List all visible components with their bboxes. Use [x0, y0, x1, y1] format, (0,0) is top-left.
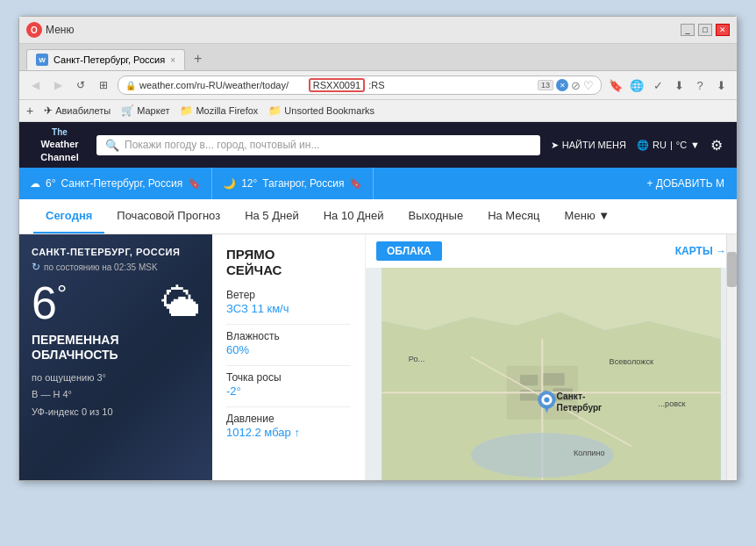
map-tab-clouds[interactable]: ОБЛАКА	[376, 241, 442, 261]
location-item-2[interactable]: 🌙 12° Таганрог, Россия 🔖	[212, 168, 374, 199]
logo-line3: Channel	[33, 151, 86, 163]
download2-icon[interactable]: ⬇	[712, 76, 730, 94]
humidity-value: 60%	[226, 343, 351, 356]
close-badge[interactable]: ✕	[556, 79, 568, 91]
flights-icon: ✈	[44, 104, 53, 117]
temperature-display: 6°	[32, 280, 67, 326]
logo-line2: Weather	[33, 138, 86, 150]
download-icon[interactable]: ⬇	[670, 76, 688, 94]
window-controls: _ □ ✕	[681, 24, 730, 36]
tab-menu[interactable]: Меню ▼	[553, 199, 623, 233]
website-content: The Weather Channel 🔍 Покажи погоду в...…	[19, 122, 737, 480]
tab-5day[interactable]: На 5 Дней	[232, 199, 311, 233]
search-icon: 🔍	[105, 139, 119, 152]
low-high: В — Н 4°	[32, 386, 200, 404]
divider-2	[226, 365, 351, 366]
bookmark-icon-1[interactable]: 🔖	[188, 177, 201, 190]
location-arrow-icon: ➤	[551, 140, 559, 151]
address-input[interactable]: 🔒 weather.com/ru-RU/weather/today/ RSXX0…	[118, 75, 602, 95]
unsorted-folder-icon: 📁	[268, 104, 282, 117]
heart-icon[interactable]: ♡	[583, 79, 594, 92]
shield-icon[interactable]: ✓	[649, 76, 667, 94]
tab-hourly[interactable]: Почасовой Прогноз	[104, 199, 232, 233]
maximize-button[interactable]: □	[698, 24, 712, 36]
globe-lang-icon: 🌐	[637, 140, 649, 151]
weather-condition-icon: 🌥	[161, 281, 200, 325]
tab-month[interactable]: На Месяц	[475, 199, 552, 233]
opera-menu[interactable]: O Меню	[26, 22, 74, 38]
loc2-name: Таганрог, Россия	[262, 177, 344, 190]
add-location-button[interactable]: + ДОБАВИТЬ М	[634, 177, 737, 190]
svg-text:...ровск: ...ровск	[659, 399, 687, 408]
close-button[interactable]: ✕	[716, 24, 730, 36]
help-icon[interactable]: ?	[691, 76, 709, 94]
loc2-temp: 12°	[241, 177, 257, 190]
bookmarks-bar: + ✈ Авиабилеты 🛒 Маркет 📁 Mozilla Firefo…	[19, 100, 737, 122]
minimize-button[interactable]: _	[681, 24, 695, 36]
refresh-button[interactable]: ↺	[72, 76, 89, 94]
current-conditions-panel: ПРЯМО СЕЙЧАС Ветер ЗСЗ 11 км/ч Влажность…	[212, 234, 366, 480]
address-highlight: RSXX0091	[309, 78, 365, 92]
map-area[interactable]: Всеволожск Колпино ...ровск Ро...	[366, 268, 737, 480]
svg-text:Ро...: Ро...	[409, 355, 424, 363]
grid-button[interactable]: ⊞	[95, 76, 112, 94]
locations-bar: ☁ 6° Санкт-Петербург, Россия 🔖 🌙 12° Таг…	[19, 168, 737, 199]
menu-label: Меню	[46, 24, 74, 36]
tab-bar: W Санкт-Петербург, Россия × +	[19, 44, 737, 71]
firefox-folder-icon: 📁	[180, 104, 193, 117]
ad-badge: 13	[538, 80, 553, 90]
dew-value: -2°	[226, 384, 351, 398]
svg-point-18	[544, 397, 549, 402]
tab-close-btn[interactable]: ×	[170, 55, 175, 65]
wind-row: Ветер ЗСЗ 11 км/ч	[226, 289, 351, 315]
temperature-value: 6	[32, 277, 57, 328]
twc-logo: The Weather Channel	[33, 126, 86, 163]
dew-row: Точка росы -2°	[226, 371, 351, 398]
svg-rect-4	[520, 375, 538, 385]
temp-row: 6° 🌥	[32, 280, 200, 326]
market-icon: 🛒	[121, 104, 134, 117]
lang-label: RU	[653, 140, 667, 150]
bookmark-firefox[interactable]: 📁 Mozilla Firefox	[180, 104, 258, 117]
location-item-1[interactable]: ☁ 6° Санкт-Петербург, Россия 🔖	[19, 168, 212, 199]
scrollbar[interactable]	[726, 234, 737, 480]
refresh-icon[interactable]: ↻	[32, 261, 40, 273]
globe-icon[interactable]: 🌐	[628, 76, 645, 94]
tab-today[interactable]: Сегодня	[33, 199, 104, 233]
block-icon[interactable]: ⊘	[571, 79, 581, 92]
twc-header: The Weather Channel 🔍 Покажи погоду в...…	[19, 122, 737, 168]
bookmark-flights[interactable]: ✈ Авиабилеты	[44, 104, 111, 117]
language-selector[interactable]: 🌐 RU | °C ▼	[637, 140, 700, 151]
active-tab[interactable]: W Санкт-Петербург, Россия ×	[26, 49, 185, 70]
bookmark-market[interactable]: 🛒 Маркет	[121, 104, 169, 117]
add-bookmark-button[interactable]: +	[26, 104, 33, 118]
back-button[interactable]: ◀	[26, 76, 44, 94]
bookmark-icon[interactable]: 🔖	[607, 76, 624, 94]
lock-icon: 🔒	[125, 81, 136, 90]
tab-title: Санкт-Петербург, Россия	[53, 54, 165, 65]
tab-weekend[interactable]: Выходные	[396, 199, 475, 233]
refresh-area: ↻ по состоянию на 02:35 MSK	[32, 261, 200, 273]
dropdown-icon: ▼	[690, 140, 700, 150]
find-me-label: НАЙТИ МЕНЯ	[562, 140, 626, 150]
divider-3	[226, 406, 351, 407]
main-content: САНКТ-ПЕТЕРБУРГ, РОССИЯ ↻ по состоянию н…	[19, 234, 737, 480]
find-me-button[interactable]: ➤ НАЙТИ МЕНЯ	[551, 140, 626, 151]
tab-10day[interactable]: На 10 Дней	[311, 199, 396, 233]
forward-button[interactable]: ▶	[49, 76, 67, 94]
search-bar[interactable]: 🔍 Покажи погоду в... город, почтовый ин.…	[96, 135, 540, 155]
bookmark-icon-2[interactable]: 🔖	[349, 177, 362, 190]
title-bar: O Меню _ □ ✕	[19, 17, 737, 44]
new-tab-button[interactable]: +	[187, 47, 209, 70]
scrollbar-thumb[interactable]	[727, 252, 737, 287]
settings-icon[interactable]: ⚙	[710, 137, 723, 154]
right-now-line1: ПРЯМО	[226, 247, 275, 262]
loc1-name: Санкт-Петербург, Россия	[61, 177, 182, 190]
svg-text:Петербург: Петербург	[557, 403, 603, 413]
bookmark-flights-label: Авиабилеты	[55, 105, 111, 116]
moon-icon: 🌙	[223, 177, 236, 190]
tab-hourly-label: Почасовой Прогноз	[117, 209, 220, 222]
maps-link[interactable]: КАРТЫ →	[675, 245, 726, 257]
bookmark-unsorted[interactable]: 📁 Unsorted Bookmarks	[268, 104, 374, 117]
address-prefix: weather.com/ru-RU/weather/today/	[139, 80, 289, 90]
